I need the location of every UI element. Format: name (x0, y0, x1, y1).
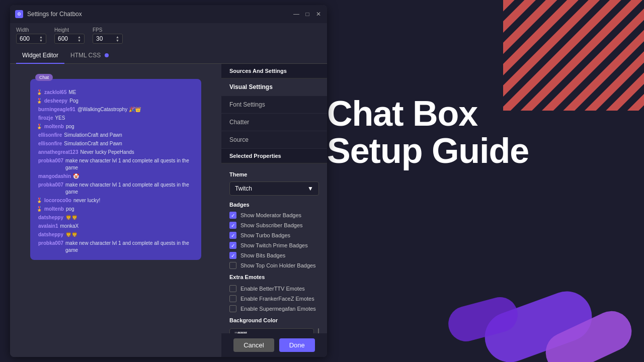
chat-username: zacklol65 (44, 89, 66, 96)
checkbox-turbo[interactable]: ✓ (229, 232, 236, 239)
chat-username: moltenb (44, 206, 64, 213)
color-swatch[interactable] (318, 328, 319, 333)
tab-widget-editor[interactable]: Widget Editor (16, 48, 64, 64)
emote-item-frankerfacez: Enable FrankerFaceZ Emotes (229, 295, 319, 302)
chat-username: moltenb (44, 123, 64, 130)
chat-text: YES (55, 115, 65, 122)
chat-message: 🎖️ desheepy Pog (36, 98, 195, 105)
badge-item-bits: ✓ Show Bits Badges (229, 252, 319, 259)
chat-message: datsheppy 🦁🦁 (36, 214, 195, 221)
chat-username: ellisonfire (38, 140, 62, 147)
app-window: ⚙ Settings for Chatbox — □ ✕ Width 600 ▲… (10, 5, 327, 357)
nav-chatter[interactable]: Chatter (221, 114, 327, 131)
chat-message: 🎖️ moltenb pog (36, 123, 195, 130)
window-controls: — □ ✕ (293, 11, 322, 18)
height-down[interactable]: ▼ (77, 39, 81, 42)
chat-username: probka007 (38, 157, 63, 164)
fps-up[interactable]: ▲ (116, 35, 119, 39)
width-down[interactable]: ▼ (39, 39, 43, 42)
chat-text: 🤡 (73, 173, 79, 180)
chat-message: 🎖️ zacklol65 ME (36, 89, 195, 96)
checkbox-sub[interactable]: ✓ (229, 222, 236, 229)
badge-item-twitch-prime: ✓ Show Twitch Prime Badges (229, 242, 319, 249)
chat-icon: 🎖️ (36, 197, 42, 204)
nav-visual-settings[interactable]: Visual Settings (221, 78, 327, 96)
chat-username: locoroco0o (44, 197, 71, 204)
bg-color-input[interactable] (229, 328, 314, 333)
chat-icon: 🎖️ (36, 206, 42, 213)
chat-message: firozje YES (36, 115, 195, 122)
chat-message: ellisonfire SimulationCraft and Pawn (36, 140, 195, 147)
height-input[interactable]: 600 ▲ ▼ (54, 34, 85, 44)
nav-font-settings[interactable]: Font Settings (221, 96, 327, 114)
checkbox-supermegafan[interactable] (229, 305, 236, 312)
done-button[interactable]: Done (279, 338, 315, 352)
theme-dropdown[interactable]: Twitch ▼ (229, 182, 319, 196)
chat-message: probka007 make new character lvl 1 and c… (36, 157, 195, 171)
chat-message: avalain1 monkaX (36, 223, 195, 230)
chat-icon: 🎖️ (36, 123, 42, 130)
chat-text: ME (68, 89, 76, 96)
emote-label-supermegafan: Enable Supermegafan Emotes (240, 306, 316, 312)
width-field: Width 600 ▲ ▼ (16, 27, 46, 44)
nav-source[interactable]: Source (221, 131, 327, 149)
content-area: Chat 🎖️ zacklol65 ME 🎖️ desheepy Pog bur… (10, 64, 327, 357)
selected-properties-header: Selected Properties (221, 149, 327, 163)
badge-item-mod: ✓ Show Moderator Badges (229, 212, 319, 219)
settings-panel: Sources And Settings Visual Settings Fon… (221, 64, 327, 357)
chat-text: SimulationCraft and Pawn (64, 132, 122, 139)
chat-icon: 🎖️ (36, 98, 42, 105)
emote-item-supermegafan: Enable Supermegafan Emotes (229, 305, 319, 312)
app-icon: ⚙ (15, 10, 23, 18)
chat-text: make new character lvl 1 and complete al… (65, 182, 195, 196)
toolbar: Width 600 ▲ ▼ Height 600 ▲ ▼ FPS (10, 23, 327, 48)
width-label: Width (16, 27, 46, 33)
chat-username: datsheppy (38, 231, 63, 238)
chat-badge: Chat (35, 74, 53, 81)
checkbox-bits[interactable]: ✓ (229, 252, 236, 259)
chat-username: annathegreat123 (38, 149, 78, 156)
chat-text: never lucky! (73, 197, 100, 204)
extra-emotes-label: Extra Emotes (229, 274, 319, 280)
theme-value: Twitch (235, 185, 252, 192)
bg-color-label: Background Color (229, 317, 319, 323)
checkbox-frankerfacez[interactable] (229, 295, 236, 302)
close-button[interactable]: ✕ (315, 11, 322, 18)
badge-item-top-coin: Show Top Coin Holder Badges (229, 262, 319, 269)
chat-message: mangodashin 🤡 (36, 173, 195, 180)
fps-down[interactable]: ▼ (116, 39, 119, 42)
badge-item-turbo: ✓ Show Turbo Badges (229, 232, 319, 239)
chat-text: pog (66, 123, 74, 130)
chat-username: mangodashin (38, 173, 71, 180)
emote-item-betterttv: Enable BetterTTV Emotes (229, 285, 319, 292)
preview-panel: Chat 🎖️ zacklol65 ME 🎖️ desheepy Pog bur… (10, 64, 221, 357)
height-up[interactable]: ▲ (77, 35, 81, 39)
title-bar: ⚙ Settings for Chatbox — □ ✕ (10, 5, 327, 23)
chat-username: datsheppy (38, 214, 63, 221)
checkbox-mod[interactable]: ✓ (229, 212, 236, 219)
badge-label-twitch-prime: Show Twitch Prime Badges (240, 242, 308, 248)
chat-message: annathegreat123 Never lucky PepeHands (36, 149, 195, 156)
minimize-button[interactable]: — (293, 11, 300, 18)
chat-text: Never lucky PepeHands (80, 149, 134, 156)
checkbox-betterttv[interactable] (229, 285, 236, 292)
width-up[interactable]: ▲ (39, 35, 43, 39)
chat-message: probka007 make new character lvl 1 and c… (36, 182, 195, 196)
fps-input[interactable]: 30 ▲ ▼ (93, 34, 123, 44)
bg-color-row (229, 328, 319, 333)
theme-label: Theme (229, 171, 319, 177)
badge-label-sub: Show Subscriber Badges (240, 222, 303, 228)
width-input[interactable]: 600 ▲ ▼ (16, 34, 46, 44)
badge-label-top-coin: Show Top Coin Holder Badges (240, 262, 316, 268)
chat-text: monkaX (60, 223, 78, 230)
badge-label-mod: Show Moderator Badges (240, 212, 301, 218)
checkbox-top-coin[interactable] (229, 262, 236, 269)
cancel-button[interactable]: Cancel (233, 338, 274, 352)
checkbox-twitch-prime[interactable]: ✓ (229, 242, 236, 249)
emote-label-betterttv: Enable BetterTTV Emotes (240, 286, 305, 292)
hero-title-line1: Chat Box (327, 96, 634, 133)
maximize-button[interactable]: □ (304, 11, 311, 18)
chat-widget-preview: Chat 🎖️ zacklol65 ME 🎖️ desheepy Pog bur… (30, 79, 201, 260)
fps-field: FPS 30 ▲ ▼ (93, 27, 123, 44)
tab-html-css[interactable]: HTML CSS (64, 48, 115, 64)
